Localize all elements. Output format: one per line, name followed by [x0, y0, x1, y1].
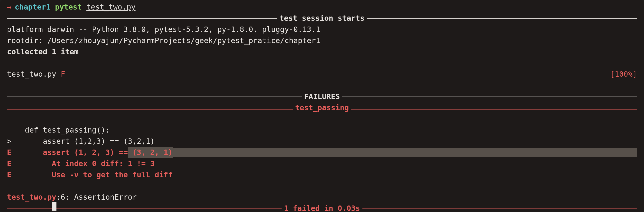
platform-line: platform darwin -- Python 3.8.0, pytest-… — [0, 24, 644, 35]
session-start-divider: test session starts — [0, 13, 644, 24]
file-result-line: test_two.py F [100%] — [0, 68, 644, 80]
prompt-command: pytest — [55, 2, 82, 13]
e3-text: Use -v to get the full diff — [12, 169, 172, 180]
code-def-line: def test_passing(): — [0, 124, 644, 136]
e-marker: E — [7, 147, 12, 158]
assert-content: assert (1,2,3) == (3,2,1) — [12, 136, 155, 147]
e-marker: E — [7, 169, 12, 180]
summary-label: 1 failed in 0.03s — [282, 203, 362, 212]
e-marker: E — [7, 158, 12, 169]
test-name-divider: test_passing — [0, 102, 644, 113]
session-start-label: test session starts — [277, 13, 367, 24]
e1-text-b-highlight: (3, 2, 1) — [128, 147, 172, 158]
prompt-line: → chapter1 pytest test_two.py — [0, 2, 644, 13]
trace-file: test_two.py — [7, 191, 56, 203]
assert-marker: > — [7, 136, 12, 147]
e2-text: At index 0 diff: 1 != 3 — [12, 158, 155, 169]
highlight-fill — [172, 148, 637, 157]
test-name-label: test_passing — [293, 102, 351, 113]
code-assert-line: > assert (1,2,3) == (3,2,1) — [0, 136, 644, 147]
progress-percent: [100%] — [610, 68, 637, 80]
cursor-icon — [52, 202, 56, 210]
error-line-3: E Use -v to get the full diff — [0, 169, 644, 180]
error-line-2: E At index 0 diff: 1 != 3 — [0, 158, 644, 169]
summary-divider: 1 failed in 0.03s — [0, 203, 644, 212]
prompt-dir: chapter1 — [15, 2, 50, 13]
collected-line: collected 1 item — [0, 46, 644, 57]
failures-divider: FAILURES — [0, 91, 644, 102]
e1-text-a: assert (1, 2, 3) == — [12, 147, 128, 158]
traceback-line: test_two.py:6: AssertionError — [0, 191, 644, 203]
rootdir-line: rootdir: /Users/zhouyajun/PycharmProject… — [0, 35, 644, 46]
result-file: test_two.py — [7, 68, 61, 80]
terminal-window[interactable]: → chapter1 pytest test_two.py test sessi… — [0, 0, 644, 212]
prompt-arrow-icon: → — [7, 2, 12, 13]
result-flag: F — [61, 68, 65, 80]
error-line-1: E assert (1, 2, 3) == (3, 2, 1) — [0, 147, 644, 158]
prompt-argument: test_two.py — [86, 2, 136, 13]
failures-label: FAILURES — [302, 91, 342, 102]
trace-rest: :6: AssertionError — [56, 191, 137, 203]
